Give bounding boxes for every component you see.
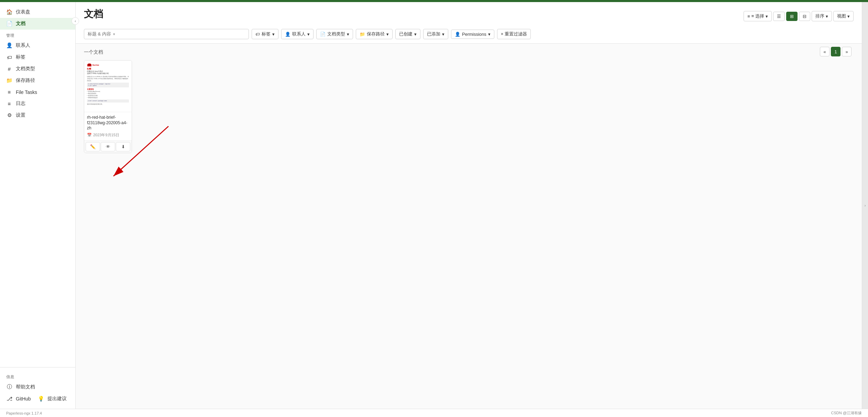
filter-added-button[interactable]: 已添加 ▾ [423, 29, 448, 39]
document-date: 📅 2023年9月15日 [87, 132, 129, 138]
svg-point-2 [88, 64, 91, 65]
thumbnail-content: Red Hat 红帽 红帽企业 Linux 8 简介适用于 RHEL 8 的新功… [86, 62, 130, 110]
list-view-button[interactable]: ☰ [773, 12, 785, 21]
sidebar-item-filetasks[interactable]: ≡ File Tasks [0, 86, 75, 98]
contacts-filter-chevron-icon: ▾ [307, 32, 310, 37]
clear-filter-button[interactable]: × 重置过滤器 [497, 29, 531, 39]
github-icon: ⎇ [6, 396, 12, 402]
sidebar: 🏠 仪表盘 📄 文档 管理 👤 联系人 🏷 标签 # 文档类型 📁 保存路径 ≡… [0, 2, 76, 409]
document-icon: 📄 [6, 21, 12, 27]
view-button[interactable]: 视图 ▾ [833, 11, 854, 21]
version-label: Paperless-ngx 1.17.4 [6, 411, 42, 415]
main-content: 文档 ≡ ≡ 选择 ▾ ☰ ⊞ [76, 2, 862, 409]
filter-permissions-button[interactable]: 👤 Permissions ▾ [451, 30, 494, 39]
document-info: rh-red-hat-brief-f23118wg-202005-a4-zh 📅… [84, 112, 132, 140]
tags-icon: 🏷 [6, 54, 12, 60]
search-dropdown-icon: ▾ [113, 32, 115, 36]
bottom-bar: Paperless-ngx 1.17.4 CSDN @江湖有缘 [0, 409, 868, 417]
bottom-right: CSDN @江湖有缘 [831, 410, 862, 416]
home-icon: 🏠 [6, 9, 12, 15]
sidebar-help[interactable]: ⓘ 帮助文档 [0, 381, 75, 393]
savepath-filter-chevron-icon: ▾ [386, 32, 389, 37]
doctype-filter-chevron-icon: ▾ [347, 32, 349, 37]
document-grid: Red Hat 红帽 红帽企业 Linux 8 简介适用于 RHEL 8 的新功… [84, 60, 854, 153]
doctype-icon: # [6, 66, 12, 72]
settings-icon: ⚙ [6, 112, 12, 118]
search-label: 标题 & 内容 [88, 31, 111, 37]
filter-savepath-button[interactable]: 📁 保存路径 ▾ [356, 29, 393, 39]
sort-button[interactable]: 排序 ▾ [812, 11, 832, 21]
sidebar-info-label: 信息 [0, 371, 75, 381]
view-chevron-icon: ▾ [847, 14, 850, 19]
search-box[interactable]: 标题 & 内容 ▾ [84, 29, 249, 39]
document-name: rh-red-hat-brief-f23118wg-202005-a4-zh [87, 115, 129, 131]
feedback-icon: 💡 [38, 396, 44, 402]
savepath-filter-icon: 📁 [360, 32, 365, 37]
content-header: 文档 ≡ ≡ 选择 ▾ ☰ ⊞ [76, 2, 862, 44]
filter-contacts-button[interactable]: 👤 联系人 ▾ [281, 29, 314, 39]
document-edit-button[interactable]: ✏️ [86, 142, 100, 151]
grid-icon: ⊞ [790, 14, 794, 19]
filter-created-button[interactable]: 已创建 ▾ [395, 29, 420, 39]
contacts-filter-icon: 👤 [285, 32, 290, 37]
tags-filter-chevron-icon: ▾ [272, 32, 275, 37]
select-button[interactable]: ≡ ≡ 选择 ▾ [744, 11, 772, 21]
sidebar-item-doctypes[interactable]: # 文档类型 [0, 63, 75, 75]
sidebar-collapse-button[interactable]: ‹ [72, 17, 79, 25]
calendar-icon: 📅 [87, 133, 92, 137]
sidebar-item-logs[interactable]: ≡ 日志 [0, 98, 75, 109]
split-icon: ⊟ [803, 14, 806, 19]
document-preview-button[interactable]: 👁 [101, 142, 115, 151]
sidebar-item-contacts[interactable]: 👤 联系人 [0, 40, 75, 51]
grid-view-button[interactable]: ⊞ [786, 12, 798, 21]
sidebar-item-settings[interactable]: ⚙ 设置 [0, 109, 75, 121]
credit-label: CSDN @江湖有缘 [831, 410, 862, 416]
folder-icon: 📁 [6, 77, 12, 84]
logs-icon: ≡ [6, 101, 12, 107]
content-body: 一个文档 Red Hat [76, 44, 862, 409]
split-view-button[interactable]: ⊟ [799, 12, 810, 21]
sidebar-item-paths[interactable]: 📁 保存路径 [0, 75, 75, 86]
filetasks-icon: ≡ [6, 89, 12, 95]
right-sidebar-toggle[interactable]: › [862, 2, 868, 409]
select-icon: ≡ [747, 14, 750, 19]
sidebar-item-tags[interactable]: 🏷 标签 [0, 51, 75, 63]
document-download-button[interactable]: ⬇ [116, 142, 130, 151]
permissions-filter-icon: 👤 [455, 32, 460, 37]
filter-tags-button[interactable]: 🏷 标签 ▾ [252, 29, 278, 39]
permissions-filter-chevron-icon: ▾ [488, 32, 491, 37]
contacts-icon: 👤 [6, 42, 12, 49]
view-controls: ≡ ≡ 选择 ▾ ☰ ⊞ ⊟ [744, 11, 854, 21]
doctype-filter-icon: 📄 [320, 32, 326, 37]
created-filter-chevron-icon: ▾ [414, 32, 417, 37]
right-sidebar-icon: › [865, 203, 866, 207]
sidebar-item-dashboard[interactable]: 🏠 仪表盘 [0, 6, 75, 18]
sidebar-item-documents[interactable]: 📄 文档 [0, 18, 75, 30]
sort-chevron-icon: ▾ [826, 14, 828, 19]
page-title: 文档 [84, 8, 103, 21]
sidebar-github[interactable]: ⎇ GitHub [6, 396, 31, 402]
search-input[interactable] [117, 32, 245, 37]
added-filter-chevron-icon: ▾ [442, 32, 444, 37]
sidebar-feedback[interactable]: 💡 提出建议 [38, 396, 67, 402]
result-count: 一个文档 [84, 49, 854, 55]
sidebar-section-manage: 管理 [0, 30, 75, 40]
document-card[interactable]: Red Hat 红帽 红帽企业 Linux 8 简介适用于 RHEL 8 的新功… [84, 60, 132, 153]
document-actions: ✏️ 👁 ⬇ [84, 140, 132, 153]
sidebar-bottom: 信息 ⓘ 帮助文档 ⎇ GitHub 💡 提出建议 [0, 367, 75, 405]
list-icon: ☰ [777, 14, 781, 19]
toolbar-row: 标题 & 内容 ▾ 🏷 标签 ▾ 👤 联系人 ▾ [84, 29, 854, 43]
filter-doctype-button[interactable]: 📄 文档类型 ▾ [316, 29, 353, 39]
document-thumbnail: Red Hat 红帽 红帽企业 Linux 8 简介适用于 RHEL 8 的新功… [84, 61, 132, 112]
help-icon: ⓘ [6, 384, 12, 390]
select-chevron-icon: ▾ [766, 14, 768, 19]
content-header-wrapper: 文档 ≡ ≡ 选择 ▾ ☰ ⊞ [76, 2, 862, 44]
tags-filter-icon: 🏷 [255, 32, 260, 37]
